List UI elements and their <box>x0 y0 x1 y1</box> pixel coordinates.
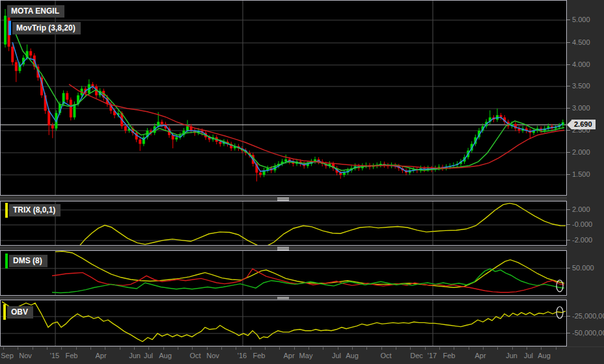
value-axis[interactable]: 5.0004.5004.0003.5003.0002.5002.0001.500… <box>567 0 604 346</box>
candle[interactable] <box>219 142 221 144</box>
time-tick-icon <box>47 347 48 350</box>
time-axis-label: Feb <box>66 352 78 359</box>
candle[interactable] <box>66 93 68 99</box>
time-axis-label: Aug <box>159 352 172 359</box>
movtrip-legend[interactable]: MovTrip (3,8,20) <box>8 21 81 35</box>
time-axis-label: Jun <box>506 352 517 359</box>
dms-color-chip <box>5 254 8 268</box>
time-tick-icon <box>120 347 120 350</box>
instrument-legend-label[interactable]: MOTA ENGIL <box>7 5 64 18</box>
movtrip-color-chip <box>8 21 11 35</box>
time-axis-label: Apr <box>95 352 106 359</box>
time-tick-icon <box>61 347 62 350</box>
candle[interactable] <box>259 173 262 175</box>
time-tick-icon <box>236 347 236 350</box>
candle[interactable] <box>29 51 32 56</box>
time-axis-label: Apr <box>283 352 294 359</box>
obv-legend[interactable]: OBV <box>3 304 33 320</box>
axis-tick-icon <box>567 209 570 210</box>
candle[interactable] <box>284 159 287 161</box>
axis-tick-icon <box>567 333 570 333</box>
time-axis-label: Sep <box>1 352 14 359</box>
candle[interactable] <box>343 173 346 175</box>
trix-color-chip <box>5 203 8 218</box>
candle[interactable] <box>157 122 159 126</box>
trix-chart[interactable] <box>1 202 566 245</box>
axis-label: 3.000 <box>567 104 590 112</box>
candle[interactable] <box>11 47 14 62</box>
obv-indicator-panel[interactable] <box>0 300 567 346</box>
dms-indicator-panel[interactable] <box>0 250 567 296</box>
time-tick-icon <box>425 347 426 350</box>
candle[interactable] <box>124 126 127 131</box>
candle[interactable] <box>139 140 141 144</box>
axis-tick-icon <box>567 316 570 317</box>
axis-tick-icon <box>567 108 570 109</box>
candle[interactable] <box>73 104 76 117</box>
time-tick-icon <box>439 347 440 350</box>
time-axis-label: Feb <box>443 352 456 359</box>
movtrip-legend-label[interactable]: MovTrip (3,8,20) <box>12 22 81 34</box>
time-tick-icon <box>366 347 367 350</box>
axis-tick-icon <box>567 152 570 153</box>
time-tick-icon <box>396 347 396 350</box>
time-tick-icon <box>105 347 105 350</box>
time-tick-icon <box>338 347 338 350</box>
price-tag-arrow-icon <box>567 120 571 129</box>
obv-chart[interactable] <box>1 300 566 346</box>
time-tick-icon <box>3 347 4 350</box>
axis-label: 2.000 <box>567 148 590 156</box>
axis-tick-icon <box>567 64 570 65</box>
candle[interactable] <box>4 16 7 44</box>
time-axis-label: Oct <box>380 352 391 359</box>
time-tick-icon <box>279 347 280 350</box>
axis-label: 2.000 <box>567 205 590 213</box>
instrument-legend[interactable]: MOTA ENGIL <box>7 5 64 18</box>
trix-legend-label[interactable]: TRIX (8,0,1) <box>9 204 61 216</box>
time-tick-icon <box>265 347 266 350</box>
time-axis-label: Oct <box>189 352 200 359</box>
time-tick-icon <box>352 347 353 350</box>
dms-chart[interactable] <box>1 251 566 295</box>
axis-tick-icon <box>567 174 570 175</box>
series-trix <box>80 203 566 245</box>
dms-legend[interactable]: DMS (8) <box>5 254 48 268</box>
time-axis-label: '15 <box>50 352 59 359</box>
candle[interactable] <box>70 99 72 117</box>
trix-legend[interactable]: TRIX (8,0,1) <box>5 203 61 218</box>
candle[interactable] <box>161 122 163 124</box>
axis-tick-icon <box>567 240 570 240</box>
axis-tick-icon <box>567 224 570 225</box>
axis-label: 50.000 <box>567 264 594 272</box>
charting-app: MOTA ENGIL MovTrip (3,8,20) TRIX (8,0,1)… <box>0 0 604 364</box>
axis-label: -25,000,00 <box>567 312 604 320</box>
dms-legend-label[interactable]: DMS (8) <box>9 255 48 267</box>
axis-label: 1.500 <box>567 170 590 178</box>
axis-label: 5.000 <box>567 16 590 23</box>
axis-tick-icon <box>567 86 570 86</box>
time-axis-label: Nov <box>206 352 219 359</box>
overlay-movtrip-mid-8- <box>14 29 564 171</box>
candlestick-chart[interactable] <box>1 1 566 195</box>
time-tick-icon <box>497 347 498 350</box>
time-tick-icon <box>192 347 193 350</box>
trix-indicator-panel[interactable] <box>0 201 567 246</box>
candle[interactable] <box>186 126 189 131</box>
time-tick-icon <box>18 347 18 350</box>
time-axis-label: Feb <box>253 352 266 359</box>
obv-legend-label[interactable]: OBV <box>7 306 33 318</box>
time-tick-icon <box>148 347 149 350</box>
candle[interactable] <box>175 137 178 139</box>
time-tick-icon <box>134 347 135 350</box>
time-tick-icon <box>323 347 323 350</box>
axis-label: 4.500 <box>567 38 590 46</box>
time-axis-label: Nov <box>19 352 32 359</box>
time-tick-icon <box>410 347 411 350</box>
candle[interactable] <box>51 125 54 129</box>
time-tick-icon <box>469 347 469 350</box>
overlay-movtrip-slow-20- <box>69 84 564 168</box>
time-axis[interactable]: SepNov'15FebAprJunJulAugOctNov'16FebAprM… <box>0 346 604 364</box>
axis-tick-icon <box>567 42 570 43</box>
candle[interactable] <box>15 62 18 72</box>
price-chart-panel[interactable] <box>0 0 567 196</box>
